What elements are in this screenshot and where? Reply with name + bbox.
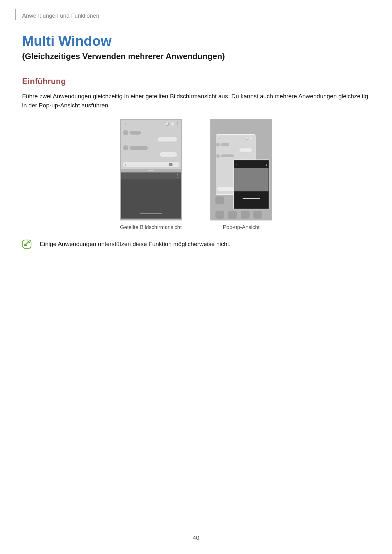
note-icon xyxy=(22,239,32,249)
svg-point-17 xyxy=(148,170,150,171)
svg-rect-20 xyxy=(121,172,181,219)
page-number: 40 xyxy=(0,534,392,541)
svg-rect-26 xyxy=(140,214,162,214)
svg-rect-13 xyxy=(160,152,177,157)
svg-point-8 xyxy=(123,130,128,135)
svg-text:›: › xyxy=(125,163,126,166)
svg-point-32 xyxy=(250,137,252,140)
page-title: Multi Window xyxy=(22,33,370,49)
svg-text:‹: ‹ xyxy=(219,137,220,140)
svg-rect-55 xyxy=(23,240,31,248)
svg-rect-54 xyxy=(215,196,224,204)
svg-rect-10 xyxy=(158,137,177,142)
svg-point-36 xyxy=(216,154,220,158)
page-content: Multi Window (Gleichzeitiges Verwenden m… xyxy=(22,33,370,249)
svg-rect-21 xyxy=(121,172,181,179)
svg-text:›: › xyxy=(219,188,220,191)
svg-rect-27 xyxy=(121,219,181,219)
svg-text:‹: ‹ xyxy=(125,122,126,126)
svg-rect-48 xyxy=(234,191,268,208)
caption-split-screen: Geteilte Bildschirmansicht xyxy=(120,224,182,231)
svg-rect-47 xyxy=(234,168,268,191)
svg-point-18 xyxy=(150,170,152,171)
split-screen-phone-illustration: ‹ › xyxy=(120,119,182,220)
breadcrumb: Anwendungen und Funktionen xyxy=(22,13,99,19)
svg-rect-37 xyxy=(221,154,234,157)
svg-point-31 xyxy=(246,137,248,140)
page-vertical-marker xyxy=(15,9,15,20)
svg-point-45 xyxy=(266,164,267,165)
figure-row: ‹ › xyxy=(22,119,370,231)
svg-rect-52 xyxy=(241,211,250,219)
page-subtitle: (Gleichzeitiges Verwenden mehrerer Anwen… xyxy=(22,51,370,61)
svg-point-46 xyxy=(266,165,267,166)
svg-point-33 xyxy=(216,143,220,147)
svg-rect-34 xyxy=(221,143,229,146)
svg-text:‹: ‹ xyxy=(236,163,237,166)
svg-point-44 xyxy=(266,163,267,163)
popup-view-phone-illustration: ‹ › ‹ xyxy=(210,119,272,220)
section-heading-intro: Einführung xyxy=(22,76,370,86)
svg-rect-12 xyxy=(130,146,148,150)
svg-point-4 xyxy=(171,122,174,126)
svg-point-5 xyxy=(177,122,178,123)
svg-point-25 xyxy=(177,177,178,178)
intro-paragraph: Führe zwei Anwendungen gleichzeitig in e… xyxy=(22,92,370,110)
svg-point-23 xyxy=(177,174,178,175)
svg-point-3 xyxy=(165,122,169,126)
svg-point-6 xyxy=(177,123,178,124)
svg-rect-1 xyxy=(121,120,181,169)
svg-point-7 xyxy=(177,125,178,126)
note-text: Einige Anwendungen unterstützen diese Fu… xyxy=(40,241,231,248)
caption-popup-view: Pop-up-Ansicht xyxy=(223,224,259,231)
svg-rect-50 xyxy=(215,211,224,219)
svg-point-11 xyxy=(123,145,128,150)
svg-point-24 xyxy=(177,176,178,177)
svg-text:‹: ‹ xyxy=(124,174,126,178)
svg-rect-49 xyxy=(243,198,260,199)
figure-popup-view: ‹ › ‹ xyxy=(210,119,272,231)
svg-rect-42 xyxy=(234,160,268,168)
svg-rect-35 xyxy=(239,148,252,152)
svg-rect-53 xyxy=(253,211,262,219)
figure-split-screen: ‹ › xyxy=(120,119,182,231)
note-row: Einige Anwendungen unterstützen diese Fu… xyxy=(22,239,370,249)
svg-point-19 xyxy=(152,170,154,171)
svg-rect-51 xyxy=(228,211,237,219)
svg-rect-9 xyxy=(130,131,141,135)
svg-rect-16 xyxy=(169,163,172,166)
